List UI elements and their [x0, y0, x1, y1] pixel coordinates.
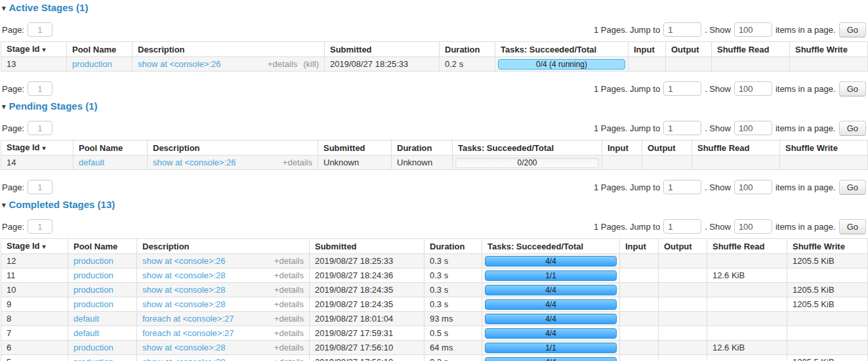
pool-name-link[interactable]: production [73, 343, 114, 352]
column-header[interactable]: Shuffle Write [780, 140, 868, 156]
column-header[interactable]: Pool Name [73, 140, 148, 156]
jump-to-page-input[interactable] [663, 22, 701, 37]
details-toggle-link[interactable]: +details [274, 357, 304, 361]
stage-description-link[interactable]: show at <console>:26 [142, 256, 225, 266]
pool-name-cell: production [68, 283, 137, 297]
stage-description-link[interactable]: show at <console>:26 [138, 59, 220, 69]
show-count-input[interactable] [734, 180, 772, 194]
column-header[interactable]: Description [148, 140, 318, 156]
column-header[interactable]: Tasks: Succeeded/Total [495, 42, 629, 57]
page-number-input[interactable] [28, 22, 52, 37]
show-count-input[interactable] [734, 22, 772, 37]
show-count-input[interactable] [734, 81, 772, 96]
stage-description-link[interactable]: show at <console>:28 [142, 357, 225, 361]
task-progress-bar: 4/4 [485, 314, 617, 324]
go-button[interactable]: Go [839, 219, 866, 234]
details-toggle-link[interactable]: +details [274, 328, 304, 338]
details-toggle-link[interactable]: +details [283, 158, 312, 167]
pool-name-cell: production [68, 355, 137, 361]
column-header[interactable]: Output [666, 42, 712, 57]
shuffle-write-cell [790, 57, 868, 72]
go-button[interactable]: Go [839, 81, 866, 96]
column-header-label: Pool Name [72, 45, 116, 54]
stage-description-link[interactable]: show at <console>:26 [153, 158, 236, 167]
details-toggle-link[interactable]: +details [274, 270, 304, 280]
stage-description-link[interactable]: show at <console>:28 [142, 270, 225, 280]
column-header[interactable]: Stage Id▾ [1, 239, 68, 254]
jump-to-page-input[interactable] [663, 81, 701, 96]
section-header-active-stages[interactable]: ▾Active Stages (1) [2, 2, 867, 13]
show-count-input[interactable] [734, 121, 772, 135]
column-header[interactable]: Shuffle Read [712, 42, 790, 57]
page-number-input[interactable] [28, 81, 52, 96]
jump-to-page-input[interactable] [663, 180, 701, 194]
stage-description-link[interactable]: foreach at <console>:27 [142, 328, 234, 338]
column-header-label: Pool Name [73, 242, 117, 251]
column-header[interactable]: Input [629, 42, 666, 57]
column-header[interactable]: Output [659, 239, 707, 254]
column-header[interactable]: Shuffle Read [707, 239, 787, 254]
stage-description-link[interactable]: show at <console>:28 [142, 343, 225, 352]
pool-name-cell: production [68, 268, 137, 283]
stage-id-cell: 9 [1, 297, 68, 312]
column-header[interactable]: Tasks: Succeeded/Total [482, 239, 620, 254]
column-header[interactable]: Pool Name [67, 42, 133, 57]
stage-description-link[interactable]: show at <console>:28 [142, 285, 225, 295]
pool-name-link[interactable]: production [73, 256, 114, 266]
stage-description-link[interactable]: foreach at <console>:27 [142, 314, 234, 324]
column-header[interactable]: Duration [392, 140, 453, 156]
pool-name-link[interactable]: production [73, 270, 114, 280]
jump-to-page-input[interactable] [663, 121, 701, 135]
jump-to-page-input[interactable] [663, 219, 701, 234]
pool-name-link[interactable]: production [73, 357, 114, 361]
details-toggle-link[interactable]: +details [274, 256, 304, 266]
column-header[interactable]: Shuffle Read [692, 140, 780, 156]
stage-description-link[interactable]: show at <console>:28 [142, 299, 225, 309]
column-header[interactable]: Stage Id▾ [1, 140, 73, 156]
column-header[interactable]: Description [137, 239, 310, 254]
pool-name-link[interactable]: default [79, 158, 104, 167]
column-header[interactable]: Submitted [318, 140, 392, 156]
pages-jump-label: 1 Pages. Jump to [594, 182, 660, 192]
description-actions: +details [268, 357, 304, 361]
column-header[interactable]: Stage Id▾ [1, 42, 67, 57]
column-header[interactable]: Description [133, 42, 325, 57]
column-header[interactable]: Input [620, 239, 659, 254]
go-button[interactable]: Go [839, 22, 866, 37]
page-number-input[interactable] [28, 180, 52, 194]
column-header-label: Shuffle Read [717, 45, 769, 54]
details-toggle-link[interactable]: +details [274, 343, 304, 352]
section-header-completed-stages[interactable]: ▾Completed Stages (13) [2, 199, 867, 210]
description-actions: +details [268, 256, 304, 266]
column-header[interactable]: Duration [424, 239, 482, 254]
duration-cell: 0.2 s [440, 57, 495, 72]
details-toggle-link[interactable]: +details [268, 59, 297, 69]
description-actions: +details [268, 328, 304, 338]
column-header[interactable]: Duration [440, 42, 495, 57]
pool-name-link[interactable]: default [73, 328, 99, 338]
stage-row: 10productionshow at <console>:28+details… [1, 283, 868, 297]
details-toggle-link[interactable]: +details [274, 285, 304, 295]
column-header[interactable]: Shuffle Write [787, 239, 868, 254]
kill-link[interactable]: (kill) [303, 59, 319, 69]
page-number-input[interactable] [28, 121, 52, 135]
details-toggle-link[interactable]: +details [274, 299, 304, 309]
column-header[interactable]: Input [602, 140, 642, 156]
page-number-input[interactable] [28, 219, 52, 234]
show-count-input[interactable] [734, 219, 772, 234]
pool-name-link[interactable]: default [73, 314, 99, 324]
section-header-pending-stages[interactable]: ▾Pending Stages (1) [2, 100, 867, 112]
pool-name-link[interactable]: production [72, 59, 112, 69]
pool-name-link[interactable]: production [73, 299, 114, 309]
go-button[interactable]: Go [839, 180, 866, 195]
column-header[interactable]: Submitted [325, 42, 440, 57]
column-header[interactable]: Submitted [310, 239, 424, 254]
column-header[interactable]: Tasks: Succeeded/Total [453, 140, 602, 156]
column-header[interactable]: Pool Name [68, 239, 137, 254]
column-header-label: Shuffle Read [697, 143, 749, 153]
pool-name-link[interactable]: production [73, 285, 114, 295]
details-toggle-link[interactable]: +details [274, 314, 304, 324]
column-header[interactable]: Output [642, 140, 692, 156]
go-button[interactable]: Go [839, 121, 866, 136]
column-header[interactable]: Shuffle Write [790, 42, 868, 57]
